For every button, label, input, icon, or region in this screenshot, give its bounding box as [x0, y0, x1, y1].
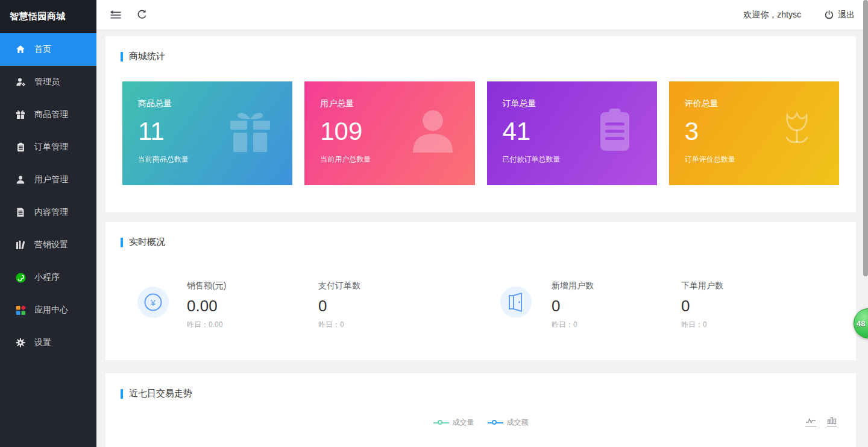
logout-label: 退出 — [838, 10, 855, 21]
stat-new-users: 新增用户数 0 昨日：0 — [552, 281, 681, 330]
mall-stats-panel: 商城统计 商品总量 11 当前商品总数量 用户总量 109 当前用户总数量 — [105, 36, 856, 212]
sidebar-item-label: 订单管理 — [34, 142, 68, 153]
flower-icon — [769, 103, 825, 161]
title-accent-bar — [121, 52, 123, 62]
main-content: 商城统计 商品总量 11 当前商品总数量 用户总量 109 当前用户总数量 — [96, 30, 863, 447]
books-icon — [14, 240, 27, 250]
stat-label: 支付订单数 — [318, 281, 500, 291]
sidebar-item-label: 营销设置 — [34, 239, 68, 250]
title-accent-bar — [121, 389, 123, 399]
stat-label: 销售额(元) — [187, 281, 318, 291]
badge-count: 48 — [857, 319, 865, 328]
chart-toolbox — [805, 417, 837, 426]
stat-value: 0 — [681, 297, 723, 315]
sidebar-item-users[interactable]: 用户管理 — [0, 163, 96, 196]
sidebar-item-label: 首页 — [34, 44, 51, 55]
stat-sales: 销售额(元) 0.00 昨日：0.00 — [187, 281, 318, 330]
welcome-text: 欢迎你，zhtysc — [743, 10, 801, 21]
sidebar: 智慧恬园商城 首页 管理员 商品管理 订单管理 用户管理 内容管理 — [0, 0, 96, 447]
app-logo-title: 智慧恬园商城 — [0, 0, 96, 33]
sidebar-item-marketing[interactable]: 营销设置 — [0, 229, 96, 261]
realtime-panel: 实时概况 ¥ 销售额(元) 0.00 昨日：0.00 支付订单数 0 昨日：0 … — [105, 222, 856, 360]
page-scrollbar — [863, 0, 868, 447]
power-icon — [824, 10, 834, 20]
sidebar-item-orders[interactable]: 订单管理 — [0, 131, 96, 163]
section-title-text: 实时概况 — [129, 236, 165, 248]
stat-paid-orders: 支付订单数 0 昨日：0 — [318, 281, 500, 330]
legend-label: 成交量 — [453, 417, 474, 428]
sidebar-item-label: 小程序 — [34, 272, 60, 283]
door-icon — [500, 287, 532, 318]
sidebar-item-label: 内容管理 — [34, 207, 68, 218]
clipboard-icon — [587, 103, 643, 161]
stat-label: 下单用户数 — [681, 281, 723, 291]
svg-text:¥: ¥ — [150, 297, 156, 308]
top-header: 欢迎你，zhtysc 退出 — [96, 0, 868, 30]
legend-marker-icon — [433, 419, 449, 426]
home-icon — [14, 45, 27, 54]
stat-cards-row: 商品总量 11 当前商品总数量 用户总量 109 当前用户总数量 订单总量 41… — [105, 81, 856, 185]
gear-icon — [14, 338, 27, 347]
sidebar-item-label: 设置 — [34, 337, 51, 348]
title-accent-bar — [121, 238, 123, 247]
stat-card-reviews: 评价总量 3 订单评价总数量 — [669, 81, 839, 185]
legend-label: 成交额 — [507, 417, 529, 428]
stat-yesterday: 昨日：0 — [681, 320, 723, 330]
refresh-icon[interactable] — [136, 9, 148, 21]
bar-chart-icon[interactable] — [827, 417, 837, 426]
chart-legend: 成交量 成交额 — [105, 417, 856, 428]
stat-value: 0.00 — [187, 297, 318, 315]
legend-marker-icon — [488, 419, 503, 426]
stat-card-users: 用户总量 109 当前用户总数量 — [304, 81, 474, 185]
stat-value: 0 — [552, 297, 681, 315]
document-icon — [14, 208, 27, 217]
admin-icon — [14, 77, 27, 87]
legend-item-volume[interactable]: 成交量 — [433, 417, 474, 428]
sidebar-item-home[interactable]: 首页 — [0, 33, 96, 66]
sidebar-item-products[interactable]: 商品管理 — [0, 98, 96, 131]
stat-yesterday: 昨日：0 — [552, 320, 681, 330]
sidebar-item-settings[interactable]: 设置 — [0, 326, 96, 359]
legend-item-amount[interactable]: 成交额 — [488, 417, 529, 428]
stat-yesterday: 昨日：0.00 — [187, 320, 318, 330]
collapse-menu-icon[interactable] — [110, 10, 122, 20]
yen-circle-icon: ¥ — [137, 287, 169, 318]
stat-ordering-users: 下单用户数 0 昨日：0 — [681, 281, 723, 330]
realtime-stats-row: ¥ 销售额(元) 0.00 昨日：0.00 支付订单数 0 昨日：0 新增用户数… — [105, 281, 856, 330]
section-title-text: 近七日交易走势 — [129, 388, 192, 399]
stat-card-products: 商品总量 11 当前商品总数量 — [122, 81, 292, 185]
stat-card-orders: 订单总量 41 已付款订单总数量 — [487, 81, 657, 185]
section-title-trend: 近七日交易走势 — [105, 373, 856, 399]
trend-panel: 近七日交易走势 成交量 成交额 — [105, 373, 856, 447]
sidebar-item-appcenter[interactable]: 应用中心 — [0, 294, 96, 326]
stat-value: 0 — [318, 297, 500, 315]
sidebar-item-label: 用户管理 — [34, 174, 68, 185]
stat-yesterday: 昨日：0 — [318, 320, 500, 330]
user-icon — [405, 103, 461, 161]
user-icon — [14, 175, 27, 185]
section-title-realtime: 实时概况 — [105, 222, 856, 248]
gift-icon — [14, 110, 27, 119]
sidebar-item-miniprogram[interactable]: 小程序 — [0, 261, 96, 294]
sidebar-item-content[interactable]: 内容管理 — [0, 196, 96, 229]
sidebar-item-label: 商品管理 — [34, 109, 68, 120]
section-title-mall-stats: 商城统计 — [105, 36, 856, 62]
scrollbar-thumb[interactable] — [863, 0, 868, 276]
section-title-text: 商城统计 — [129, 51, 165, 62]
line-chart-icon[interactable] — [805, 417, 816, 426]
miniprogram-icon — [14, 273, 27, 283]
logout-button[interactable]: 退出 — [824, 10, 855, 21]
sidebar-item-label: 管理员 — [34, 77, 60, 87]
gift-icon — [222, 103, 278, 161]
sidebar-item-admin[interactable]: 管理员 — [0, 66, 96, 98]
sidebar-item-label: 应用中心 — [34, 305, 68, 315]
clipboard-icon — [14, 142, 27, 152]
apps-grid-icon — [14, 305, 27, 315]
stat-label: 新增用户数 — [552, 281, 681, 291]
